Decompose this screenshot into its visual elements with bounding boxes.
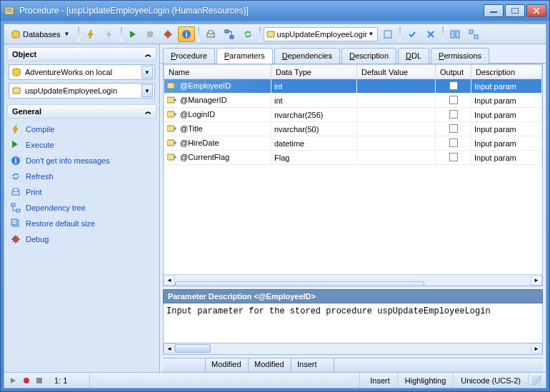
maximize-button[interactable] (505, 4, 525, 17)
tabstrip-cell[interactable]: Modified (206, 358, 249, 372)
play-button[interactable] (9, 376, 19, 386)
scroll-right-button[interactable]: ► (531, 343, 542, 353)
scroll-left-button[interactable]: ◄ (164, 343, 175, 353)
table-row[interactable]: @LoginIDnvarchar(256)Input param (164, 108, 542, 122)
action-label: Restore default size (26, 219, 95, 228)
param-type: nvarchar(256) (271, 108, 357, 122)
databases-dropdown[interactable]: Databases ▼ (7, 26, 75, 42)
param-output[interactable] (436, 79, 471, 94)
param-type: datetime (271, 136, 357, 151)
procedure-selector-text: uspUpdateEmployeeLogin (25, 86, 141, 95)
tab-dependencies[interactable]: Dependencies (274, 48, 340, 64)
table-row[interactable]: @EmployeeIDintInput param (164, 79, 542, 94)
description-hscroll[interactable]: ◄ ► (163, 343, 543, 355)
procedure-selector[interactable]: uspUpdateEmployeeLogin ▼ (264, 27, 378, 41)
column-header-default-value[interactable]: Default Value (357, 65, 436, 79)
svg-text:i: i (185, 30, 187, 39)
record-button[interactable] (21, 376, 31, 386)
compile-button[interactable] (82, 26, 99, 42)
param-name: @LoginID (180, 110, 215, 119)
tool-button-2[interactable] (446, 26, 464, 42)
description-body[interactable]: Input parameter for the stored procedure… (163, 303, 543, 343)
tab-ddl[interactable]: DDL (398, 48, 429, 64)
tool-button-1[interactable] (379, 26, 396, 42)
svg-point-32 (174, 84, 176, 87)
general-panel-header[interactable]: General ︽ (7, 104, 156, 119)
debug-button[interactable] (159, 26, 176, 42)
databases-label: Databases (23, 30, 61, 39)
table-row[interactable]: @CurrentFlagFlagInput param (164, 151, 542, 165)
column-header-output[interactable]: Output (436, 65, 471, 79)
tab-parameters[interactable]: Parameters (216, 48, 273, 64)
commit-button[interactable] (404, 26, 421, 42)
position-cell: 1: 1 (47, 373, 90, 388)
tab-procedure[interactable]: Procedure (163, 48, 215, 64)
object-panel-header[interactable]: Object ︽ (7, 47, 156, 61)
param-name: @CurrentFlag (180, 153, 229, 161)
table-row[interactable]: @HireDatedatetimeInput param (164, 136, 542, 151)
statusbar-cell: Highlighting (398, 373, 454, 388)
statusbar-cell: Insert (363, 373, 398, 388)
param-output[interactable] (436, 122, 471, 136)
param-output[interactable] (436, 94, 471, 108)
param-default (357, 79, 436, 94)
print-button[interactable] (202, 26, 219, 42)
param-name: @Title (180, 124, 203, 133)
action-execute[interactable]: Execute (7, 137, 156, 153)
refresh-button[interactable] (239, 26, 256, 42)
database-selector[interactable]: AdventureWorks on local ▼ (9, 64, 155, 80)
svg-rect-26 (11, 203, 15, 206)
object-header-label: Object (12, 50, 36, 59)
grid-hscroll[interactable]: ◄ ► (164, 274, 542, 286)
action-refresh[interactable]: Refresh (7, 169, 156, 184)
stop-button[interactable] (142, 26, 158, 42)
action-compile[interactable]: Compile (7, 121, 156, 137)
action-print[interactable]: Print (7, 184, 156, 200)
param-output[interactable] (436, 108, 471, 122)
titlebar[interactable]: Procedure - [uspUpdateEmployeeLogin (Hum… (1, 1, 549, 21)
param-output[interactable] (436, 151, 471, 165)
scroll-right-button[interactable]: ► (531, 276, 542, 286)
dropdown-button[interactable]: ▼ (141, 66, 153, 79)
column-header-name[interactable]: Name (164, 65, 271, 79)
stop-sb-button[interactable] (34, 376, 44, 386)
tool-button-3[interactable] (465, 26, 482, 42)
dropdown-arrow-icon[interactable]: ▼ (367, 31, 376, 37)
svg-rect-35 (167, 111, 174, 117)
tabstrip-cell[interactable]: Insert (291, 358, 334, 372)
column-header-description[interactable]: Description (471, 65, 542, 79)
resize-grip[interactable] (531, 376, 541, 386)
column-header-data-type[interactable]: Data Type (271, 65, 357, 79)
svg-rect-33 (167, 97, 174, 103)
cancel-button[interactable] (422, 26, 439, 42)
compile-all-button[interactable] (101, 26, 118, 42)
param-output[interactable] (436, 136, 471, 151)
svg-point-34 (174, 99, 176, 101)
general-header-label: General (12, 107, 41, 116)
grid-body[interactable]: NameData TypeDefault ValueOutputDescript… (164, 64, 542, 274)
param-desc: Input param (471, 108, 542, 122)
action-don-t-get-info-messages[interactable]: iDon't get info messages (7, 153, 156, 169)
close-button[interactable] (526, 4, 546, 17)
table-row[interactable]: @ManagerIDintInput param (164, 94, 542, 108)
dropdown-button[interactable]: ▼ (141, 84, 153, 97)
svg-point-7 (165, 31, 171, 37)
action-restore-default-size[interactable]: Restore default size (7, 216, 156, 231)
client-area: Databases ▼ i uspUpdateEmployeeLogin ▼ (4, 24, 546, 388)
dependency-button[interactable] (221, 26, 238, 42)
minimize-button[interactable] (484, 4, 504, 17)
param-desc: Input param (471, 79, 542, 94)
action-debug[interactable]: Debug (7, 231, 156, 247)
tabstrip-cell[interactable] (163, 358, 206, 372)
scroll-left-button[interactable]: ◄ (164, 276, 175, 286)
restore-icon (10, 218, 21, 229)
table-row[interactable]: @Titlenvarchar(50)Input param (164, 122, 542, 136)
info-toggle-button[interactable]: i (178, 26, 195, 42)
param-type: int (271, 79, 357, 94)
action-dependency-tree[interactable]: Dependency tree (7, 200, 156, 216)
execute-button[interactable] (125, 26, 141, 42)
tabstrip-cell[interactable]: Modified (249, 358, 291, 372)
tab-description[interactable]: Description (341, 48, 396, 64)
tab-permissions[interactable]: Permissions (431, 48, 489, 64)
procedure-selector-side[interactable]: uspUpdateEmployeeLogin ▼ (9, 83, 155, 99)
